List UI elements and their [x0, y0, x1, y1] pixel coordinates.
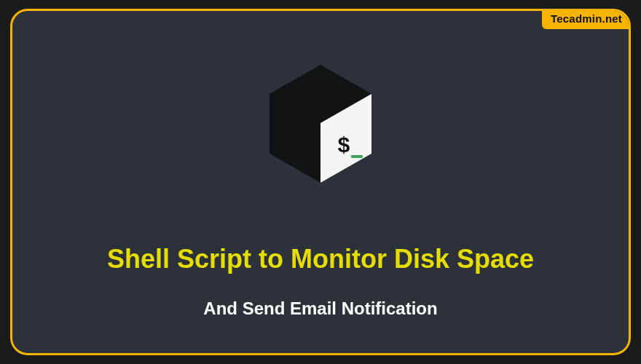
brand-watermark: Tecadmin.net — [542, 9, 631, 29]
headline-subtitle: And Send Email Notification — [12, 298, 629, 319]
cursor-icon — [351, 155, 363, 158]
terminal-cube-icon: $ — [266, 62, 375, 186]
headline-title: Shell Script to Monitor Disk Space — [12, 244, 629, 274]
prompt-symbol: $ — [337, 134, 350, 159]
hero-icon-wrap: $ — [12, 62, 629, 186]
card-frame: Tecadmin.net $ Shell Script to Monitor D… — [10, 9, 631, 355]
